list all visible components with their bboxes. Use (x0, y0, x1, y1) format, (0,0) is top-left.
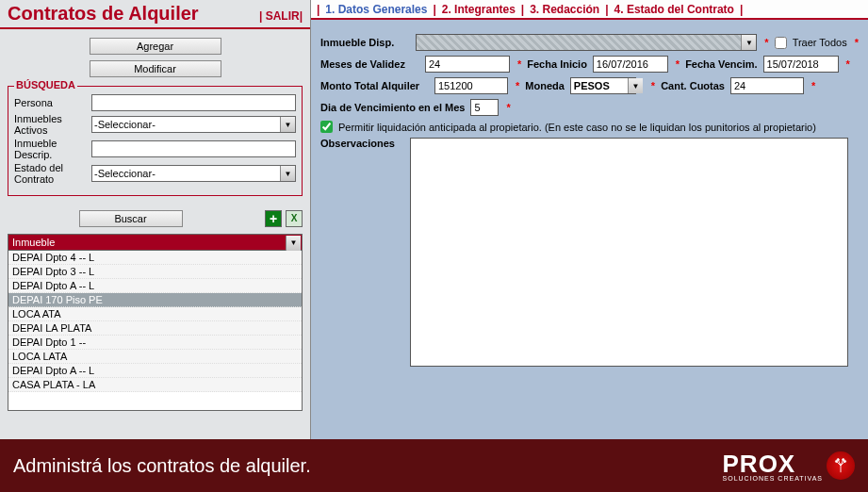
label-dia-venc: Dia de Vencimiento en el Mes (320, 102, 465, 113)
required-icon: * (846, 58, 850, 70)
label-inm-activos: Inmuebles Activos (14, 113, 91, 136)
required-icon: * (506, 102, 510, 113)
tab-integrantes[interactable]: 2. Integrantes (442, 3, 516, 16)
footer-banner: Administrá los contratos de alquiler. PR… (0, 439, 868, 492)
label-inmueble-disp: Inmueble Disp. (320, 37, 410, 48)
list-item[interactable]: CASA PLATA - LA (8, 378, 302, 392)
tab-estado-contrato[interactable]: 4. Estado del Contrato (614, 3, 734, 16)
fecha-inicio-input[interactable] (593, 56, 668, 73)
logo-text: PROX (723, 450, 796, 478)
dia-venc-input[interactable] (470, 99, 499, 116)
moneda-select[interactable] (570, 77, 636, 94)
label-monto: Monto Total Alquiler (320, 80, 429, 91)
list-header-label: Inmueble (12, 237, 55, 248)
observaciones-textarea[interactable] (410, 138, 848, 367)
list-item[interactable]: DEPAI LA PLATA (8, 321, 302, 336)
svg-point-2 (837, 459, 839, 461)
logo-subtext: SOLUCIONES CREATIVAS (723, 475, 823, 482)
tab-bar: | 1. Datos Generales | 2. Integrantes | … (311, 0, 868, 20)
monto-input[interactable] (434, 77, 508, 94)
label-fecha-venc: Fecha Vencim. (685, 58, 757, 70)
brand-logo: PROX SOLUCIONES CREATIVAS (723, 450, 855, 482)
cuotas-input[interactable] (730, 77, 804, 94)
label-persona: Persona (14, 97, 91, 108)
add-button[interactable]: Agregar (90, 38, 221, 55)
label-permitir: Permitir liquidación anticipada al propi… (338, 122, 816, 133)
label-meses: Meses de Validez (320, 58, 419, 70)
banner-text: Administrá los contratos de alquiler. (13, 455, 311, 477)
required-icon: * (764, 37, 768, 48)
label-moneda: Moneda (525, 80, 565, 91)
list-item[interactable]: LOCA ATA (8, 307, 302, 321)
list-header[interactable]: Inmueble ▼ (8, 234, 303, 251)
list-item[interactable]: DEPAI Dpto A -- L (8, 364, 302, 378)
divider (0, 27, 310, 29)
list-item[interactable]: DEPAI 170 Piso PE (8, 293, 302, 307)
search-legend: BÚSQUEDA (14, 79, 77, 90)
logo-circuit-icon (827, 451, 855, 480)
form-area: Inmueble Disp. ▼ * Traer Todos * Meses d… (311, 20, 868, 376)
permitir-checkbox[interactable] (320, 121, 333, 133)
estado-select[interactable] (91, 165, 296, 182)
chevron-down-icon: ▼ (286, 236, 301, 251)
excel-icon[interactable]: X (286, 210, 303, 227)
label-inm-descrip: Inmueble Descrip. (14, 138, 91, 160)
required-icon: * (517, 58, 521, 70)
list-item[interactable]: DEPAI Dpto A -- L (8, 279, 302, 293)
modify-button[interactable]: Modificar (90, 60, 221, 77)
label-cuotas: Cant. Cuotas (661, 80, 725, 91)
label-fecha-inicio: Fecha Inicio (527, 58, 587, 70)
meses-input[interactable] (425, 56, 510, 73)
tab-datos-generales[interactable]: 1. Datos Generales (325, 3, 427, 16)
list-item[interactable]: DEPAI Dpto 3 -- L (8, 265, 302, 279)
results-list[interactable]: DEPAI Dpto 4 -- LDEPAI Dpto 3 -- LDEPAI … (8, 251, 303, 411)
list-item[interactable]: DEPAI Dpto 1 -- (8, 336, 302, 350)
tab-redaccion[interactable]: 3. Redacción (530, 3, 599, 16)
required-icon: * (811, 80, 815, 91)
right-panel: | 1. Datos Generales | 2. Integrantes | … (311, 0, 868, 439)
add-icon[interactable]: + (265, 210, 282, 227)
persona-input[interactable] (91, 94, 296, 111)
search-button[interactable]: Buscar (79, 210, 183, 227)
app-title: Contratos de Alquiler (8, 3, 199, 25)
label-traer-todos: Traer Todos (793, 37, 847, 48)
inmueble-disp-select[interactable] (416, 34, 757, 51)
fecha-venc-input[interactable] (763, 56, 839, 73)
list-item[interactable]: LOCA LATA (8, 350, 302, 364)
required-icon: * (676, 58, 680, 70)
required-icon: * (651, 80, 655, 91)
required-icon: * (855, 37, 859, 48)
left-panel: Contratos de Alquiler | SALIR| Agregar M… (0, 0, 311, 439)
inm-descrip-input[interactable] (91, 140, 296, 157)
traer-todos-checkbox[interactable] (775, 37, 787, 49)
svg-point-3 (843, 459, 844, 461)
search-fieldset: BÚSQUEDA Persona Inmuebles Activos ▼ Inm… (8, 86, 303, 196)
required-icon: * (516, 80, 519, 91)
exit-link[interactable]: | SALIR| (259, 9, 303, 23)
inm-activos-select[interactable] (91, 116, 296, 133)
list-item[interactable]: DEPAI Dpto 4 -- L (8, 251, 302, 265)
label-estado: Estado del Contrato (14, 162, 91, 185)
label-observaciones: Observaciones (320, 138, 410, 149)
